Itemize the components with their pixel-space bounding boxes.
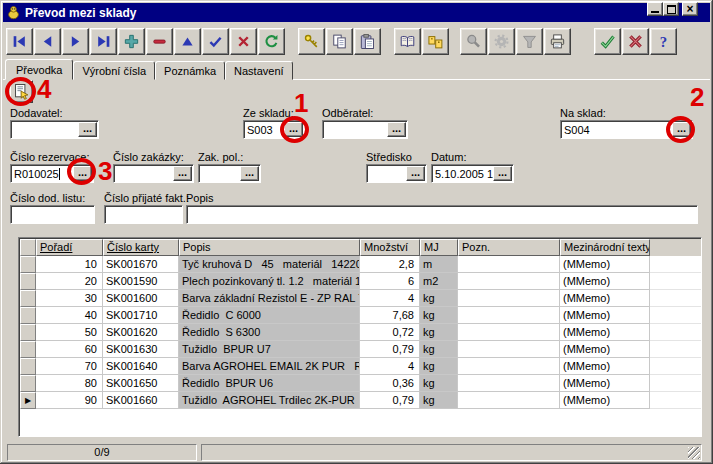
cell-popis[interactable]: Plech pozinkovaný tl. 1.2 materiál 10004… <box>179 273 360 290</box>
toolbar-delete-record-button[interactable] <box>146 28 173 55</box>
toolbar-close-button[interactable] <box>622 28 649 55</box>
ze-skladu-input[interactable]: S003 ... <box>243 120 305 139</box>
cell-mnozstvi[interactable]: 0,79 <box>360 341 420 358</box>
cell-mezinarodni-texty[interactable]: (MMemo) <box>560 375 650 392</box>
tab-vyrobni-cisla[interactable]: Výrobní čísla <box>73 61 155 80</box>
cell-popis[interactable]: Tužidlo AGROHEL Trdilec 2K-PUR <box>179 392 360 409</box>
tab-prevodka[interactable]: Převodka <box>5 59 73 80</box>
cell-cislo-karty[interactable]: SK001640 <box>103 358 179 375</box>
open-form-button[interactable] <box>10 80 33 103</box>
cell-popis[interactable]: Ředidlo BPUR U6 <box>179 375 360 392</box>
cell-mezinarodni-texty[interactable]: (MMemo) <box>560 324 650 341</box>
cell-poradi[interactable]: 80 <box>36 375 103 392</box>
column-header-popis[interactable]: Popis <box>179 239 360 256</box>
toolbar-prior-record-button[interactable] <box>34 28 61 55</box>
cell-cislo-karty[interactable]: SK001670 <box>103 256 179 273</box>
cell-mnozstvi[interactable]: 0,72 <box>360 324 420 341</box>
cell-pozn[interactable] <box>458 392 560 409</box>
cell-poradi[interactable]: 90 <box>36 392 103 409</box>
toolbar-key-button[interactable] <box>298 28 325 55</box>
column-header-mezinarodni-texty[interactable]: Mezinárodní texty <box>560 239 650 256</box>
toolbar-help-button[interactable]: ? <box>650 28 677 55</box>
cell-mezinarodni-texty[interactable]: (MMemo) <box>560 290 650 307</box>
toolbar-copy-button[interactable] <box>326 28 353 55</box>
cell-popis[interactable]: Tyč kruhová D 45 materiál 14220 ČSN 4 <box>179 256 360 273</box>
cell-poradi[interactable]: 20 <box>36 273 103 290</box>
dodavatel-input[interactable]: ... <box>10 120 99 139</box>
toolbar-last-record-button[interactable] <box>90 28 117 55</box>
cell-mj[interactable]: m2 <box>420 273 458 290</box>
ze-skladu-browse-button[interactable]: ... <box>284 122 303 137</box>
cell-poradi[interactable]: 10 <box>36 256 103 273</box>
zak-pol-input[interactable]: ... <box>198 164 261 183</box>
cell-mezinarodni-texty[interactable]: (MMemo) <box>560 256 650 273</box>
title-bar[interactable]: Převod mezi sklady <box>3 3 710 22</box>
column-header-mnozstvi[interactable]: Množství <box>360 239 420 256</box>
cell-mnozstvi[interactable]: 7,68 <box>360 307 420 324</box>
stredisko-input[interactable]: ... <box>366 164 427 183</box>
toolbar-post-edit-button[interactable] <box>202 28 229 55</box>
cell-mnozstvi[interactable]: 4 <box>360 358 420 375</box>
cislo-rezervace-browse-button[interactable]: ... <box>73 166 92 181</box>
tab-nastaveni[interactable]: Nastavení <box>225 61 293 80</box>
cell-mj[interactable]: kg <box>420 290 458 307</box>
column-header-pozn[interactable]: Pozn. <box>458 239 560 256</box>
cislo-dod-listu-input[interactable] <box>10 205 95 224</box>
cell-mj[interactable]: kg <box>420 324 458 341</box>
cell-mezinarodni-texty[interactable]: (MMemo) <box>560 341 650 358</box>
cell-pozn[interactable] <box>458 273 560 290</box>
datum-browse-button[interactable]: ... <box>493 166 512 181</box>
cell-mezinarodni-texty[interactable]: (MMemo) <box>560 358 650 375</box>
cell-pozn[interactable] <box>458 290 560 307</box>
toolbar-edit-record-button[interactable] <box>174 28 201 55</box>
cell-mezinarodni-texty[interactable]: (MMemo) <box>560 392 650 409</box>
cell-cislo-karty[interactable]: SK001710 <box>103 307 179 324</box>
cell-mnozstvi[interactable]: 6 <box>360 273 420 290</box>
cell-popis[interactable]: Ředidlo C 6000 <box>179 307 360 324</box>
cell-popis[interactable]: Barva AGROHEL EMAIL 2K PUR RAL 5017 <box>179 358 360 375</box>
odberatel-input[interactable]: ... <box>322 120 408 139</box>
na-sklad-input[interactable]: S004 ... <box>560 120 693 139</box>
cell-cislo-karty[interactable]: SK001620 <box>103 324 179 341</box>
cell-popis[interactable]: Barva základní Rezistol E - ZP RAL 7032 <box>179 290 360 307</box>
popis-input[interactable] <box>186 205 698 224</box>
stredisko-browse-button[interactable]: ... <box>406 166 425 181</box>
resize-grip[interactable] <box>688 447 700 459</box>
cell-cislo-karty[interactable]: SK001650 <box>103 375 179 392</box>
dodavatel-browse-button[interactable]: ... <box>78 122 97 137</box>
cell-poradi[interactable]: 50 <box>36 324 103 341</box>
cell-cislo-karty[interactable]: SK001660 <box>103 392 179 409</box>
cell-pozn[interactable] <box>458 358 560 375</box>
odberatel-browse-button[interactable]: ... <box>387 122 406 137</box>
toolbar-print-button[interactable] <box>544 28 571 55</box>
close-button[interactable]: × <box>682 2 698 16</box>
cell-popis[interactable]: Ředidlo S 6300 <box>179 324 360 341</box>
cell-cislo-karty[interactable]: SK001590 <box>103 273 179 290</box>
na-sklad-browse-button[interactable]: ... <box>672 122 691 137</box>
cell-mj[interactable]: m <box>420 256 458 273</box>
minimize-button[interactable] <box>647 2 663 16</box>
cislo-zakazky-browse-button[interactable]: ... <box>173 166 192 181</box>
zak-pol-browse-button[interactable]: ... <box>240 166 259 181</box>
toolbar-insert-record-button[interactable] <box>118 28 145 55</box>
cislo-zakazky-input[interactable]: ... <box>113 164 194 183</box>
toolbar-labels-button[interactable] <box>422 28 449 55</box>
cell-popis[interactable]: Tužidlo BPUR U7 <box>179 341 360 358</box>
cell-cislo-karty[interactable]: SK001630 <box>103 341 179 358</box>
cell-mezinarodni-texty[interactable]: (MMemo) <box>560 273 650 290</box>
cell-poradi[interactable]: 60 <box>36 341 103 358</box>
cell-mnozstvi[interactable]: 2,8 <box>360 256 420 273</box>
tab-poznamka[interactable]: Poznámka <box>155 61 225 80</box>
toolbar-confirm-button[interactable] <box>594 28 621 55</box>
cell-pozn[interactable] <box>458 307 560 324</box>
cell-mnozstvi[interactable]: 0,79 <box>360 392 420 409</box>
maximize-button[interactable] <box>663 2 679 16</box>
cell-pozn[interactable] <box>458 375 560 392</box>
cell-pozn[interactable] <box>458 341 560 358</box>
cell-mj[interactable]: kg <box>420 307 458 324</box>
toolbar-refresh-button[interactable] <box>258 28 285 55</box>
cell-poradi[interactable]: 40 <box>36 307 103 324</box>
cell-poradi[interactable]: 30 <box>36 290 103 307</box>
cell-mj[interactable]: kg <box>420 358 458 375</box>
cell-poradi[interactable]: 70 <box>36 358 103 375</box>
